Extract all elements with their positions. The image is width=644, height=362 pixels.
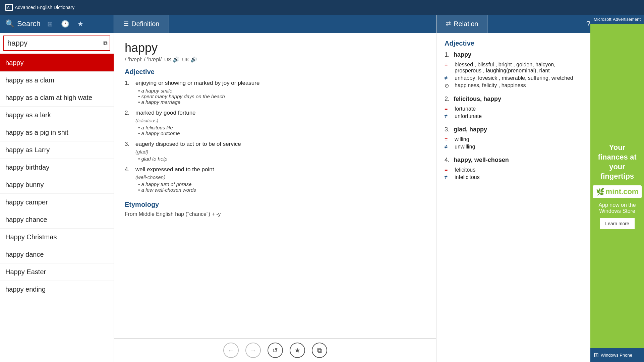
nav-forward-button[interactable]: → xyxy=(245,343,261,358)
pron-uk[interactable]: UK 🔊 xyxy=(182,56,197,63)
definition-item-2: 2. marked by good fortune (felicitous) •… xyxy=(125,110,425,136)
ad-logo: 🌿 mint.com xyxy=(593,185,642,198)
def-qualifier-3: (glad) xyxy=(135,149,425,155)
def-example-4-1: • a happy turn of phrase xyxy=(138,181,425,187)
rel-equals-words-1: blessed , blissful , bright , golden, ha… xyxy=(455,62,582,74)
list-item[interactable]: happy as a pig in shit xyxy=(0,124,114,141)
mint-logo-icon: 🌿 xyxy=(596,188,604,196)
definition-list: 1. enjoying or showing or marked by joy … xyxy=(125,80,425,193)
list-item[interactable]: happy birthday xyxy=(0,159,114,176)
list-item[interactable]: happy as a clam at high wate xyxy=(0,89,114,107)
help-button[interactable]: ? xyxy=(586,19,590,28)
rel-circle-words-1: happiness, felicity , happiness xyxy=(455,82,526,88)
favorites-icon-btn[interactable]: ★ xyxy=(76,18,85,29)
relation-group-4: 4. happy, well-chosen = felicitous ≠ inf… xyxy=(445,157,582,180)
def-body-1: enjoying or showing or marked by joy or … xyxy=(135,80,425,105)
center-panel: ☰ Definition happy / ˈhæpi: / ˈhæpi/ US … xyxy=(114,15,436,362)
main-layout: 🔍 Search ⊞ 🕐 ★ ⧉ happy happy as a clam h… xyxy=(0,15,644,362)
ad-footer: ⊞ Windows Phone xyxy=(590,348,644,362)
list-item[interactable]: happy as a clam xyxy=(0,72,114,89)
bottom-nav: ← → ↺ ★ ⧉ xyxy=(114,338,436,362)
rel-group-1-header: 1. happy xyxy=(445,51,582,60)
def-qualifier-4: (well-chosen) xyxy=(135,174,425,180)
def-example-3-1: • glad to help xyxy=(138,156,425,162)
rel-num-2: 2. xyxy=(445,96,450,105)
def-example-4-2: • a few well-chosen words xyxy=(138,187,425,193)
list-item[interactable]: happy chance xyxy=(0,211,114,229)
nav-refresh-button[interactable]: ↺ xyxy=(268,343,283,358)
right-panel: ⇄ Relation ? Adjective 1. happy = blesse… xyxy=(436,15,590,362)
definition-item-4: 4. well expressed and to the point (well… xyxy=(125,166,425,193)
def-text-1: enjoying or showing or marked by joy or … xyxy=(135,80,425,86)
equals-symbol-2: = xyxy=(445,106,451,112)
rel-notequals-words-4: infelicitous xyxy=(455,174,480,180)
nav-copy-button[interactable]: ⧉ xyxy=(312,343,327,358)
rel-num-3: 3. xyxy=(445,126,450,135)
rel-num-1: 1. xyxy=(445,51,450,60)
nav-back-button[interactable]: ← xyxy=(223,343,239,358)
list-item[interactable]: happy as a lark xyxy=(0,107,114,124)
microsoft-label: Microsoft xyxy=(594,17,611,22)
mint-logo-text: mint.com xyxy=(606,187,639,196)
notequals-symbol-1: ≠ xyxy=(445,75,451,81)
word-pronunciation: / ˈhæpi: / ˈhæpi/ US 🔊 UK 🔊 xyxy=(125,56,425,63)
rel-notequals-words-3: unwilling xyxy=(455,144,475,150)
paste-icon: ⧉ xyxy=(103,40,108,47)
rel-row-3-equals: = willing xyxy=(445,136,582,142)
search-icon: 🔍 xyxy=(5,19,14,28)
rel-group-2-header: 2. felicitous, happy xyxy=(445,96,582,105)
rel-group-4-header: 4. happy, well-chosen xyxy=(445,157,582,166)
definition-item-3: 3. eagerly disposed to act or to be of s… xyxy=(125,141,425,162)
def-example-1-2: • spent many happy days on the beach xyxy=(138,94,425,99)
rel-head-4: happy, well-chosen xyxy=(454,157,509,164)
top-header: A Advanced English Dictionary xyxy=(0,0,644,15)
definition-tab-icon: ☰ xyxy=(123,20,129,27)
rel-head-3: glad, happy xyxy=(454,126,487,133)
history-icon-btn[interactable]: 🕐 xyxy=(60,18,71,29)
equals-symbol-3: = xyxy=(445,136,451,142)
def-example-2-2: • a happy outcome xyxy=(138,130,425,136)
pron-us-label: US xyxy=(164,57,171,62)
learn-more-button[interactable]: Learn more xyxy=(600,218,635,229)
list-item[interactable]: happy camper xyxy=(0,194,114,211)
list-item[interactable]: happy dance xyxy=(0,246,114,263)
us-sound-icon[interactable]: 🔊 xyxy=(173,56,179,63)
svg-text:A: A xyxy=(7,5,10,9)
list-item[interactable]: happy as Larry xyxy=(0,141,114,159)
rel-row-4-equals: = felicitous xyxy=(445,167,582,173)
rel-row-1-circle: ⊙ happiness, felicity , happiness xyxy=(445,82,582,89)
def-body-4: well expressed and to the point (well-ch… xyxy=(135,166,425,193)
list-item[interactable]: Happy Easter xyxy=(0,263,114,281)
list-item[interactable]: happy bunny xyxy=(0,176,114,194)
pron-us[interactable]: US 🔊 xyxy=(164,56,179,63)
relation-group-1: 1. happy = blessed , blissful , bright ,… xyxy=(445,51,582,89)
app-logo: A Advanced English Dictionary xyxy=(5,4,74,11)
search-box-container: ⧉ xyxy=(0,33,114,54)
windows-phone-icon: ⊞ xyxy=(594,351,599,359)
def-num-1: 1. xyxy=(125,80,131,105)
list-item[interactable]: happy ending xyxy=(0,281,114,298)
rel-notequals-words-1: unhappy: lovesick , miserable, suffering… xyxy=(455,75,573,81)
rel-row-2-notequals: ≠ unfortunate xyxy=(445,113,582,119)
list-item[interactable]: happy xyxy=(0,54,114,72)
list-item[interactable]: Happy Christmas xyxy=(0,229,114,246)
tab-definition[interactable]: ☰ Definition xyxy=(114,15,169,33)
def-num-3: 3. xyxy=(125,141,131,162)
search-nav-label[interactable]: 🔍 Search xyxy=(5,19,41,28)
relation-content: Adjective 1. happy = blessed , blissful … xyxy=(436,33,590,362)
tab-relation[interactable]: ⇄ Relation xyxy=(436,15,488,33)
notequals-symbol-4: ≠ xyxy=(445,174,451,180)
def-qualifier-2: (felicitous) xyxy=(135,118,425,123)
sidebar: 🔍 Search ⊞ 🕐 ★ ⧉ happy happy as a clam h… xyxy=(0,15,114,362)
word-title: happy xyxy=(125,41,425,55)
rel-head-2: felicitous, happy xyxy=(454,96,501,103)
etymology-title: Etymology xyxy=(125,201,425,208)
uk-sound-icon[interactable]: 🔊 xyxy=(190,56,197,63)
equals-symbol-4: = xyxy=(445,167,451,173)
rel-equals-words-3: willing xyxy=(455,136,469,142)
nav-star-button[interactable]: ★ xyxy=(290,343,305,358)
calculator-icon-btn[interactable]: ⊞ xyxy=(46,18,54,29)
part-of-speech-label: Adjective xyxy=(125,68,425,76)
app-logo-icon: A xyxy=(5,4,13,11)
search-input[interactable] xyxy=(3,36,110,51)
